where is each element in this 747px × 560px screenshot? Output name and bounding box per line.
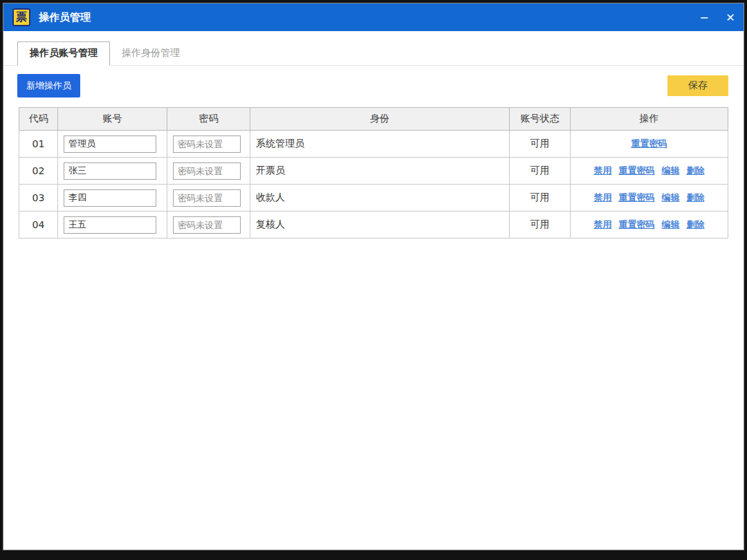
operator-table: 代码 账号 密码 身份 账号状态 操作 01 系统管理员 可用 重置密码 02 bbox=[3, 106, 744, 239]
tab-operator-identity-management[interactable]: 操作身份管理 bbox=[110, 42, 192, 65]
cell-account bbox=[58, 185, 167, 212]
window-controls: − ✕ bbox=[691, 3, 744, 31]
column-header-identity: 身份 bbox=[250, 108, 510, 131]
cell-code: 04 bbox=[19, 212, 58, 239]
cell-status: 可用 bbox=[510, 158, 571, 185]
cell-actions: 禁用重置密码编辑删除 bbox=[571, 185, 728, 212]
password-input[interactable] bbox=[173, 189, 241, 207]
cell-status: 可用 bbox=[510, 131, 571, 158]
account-input[interactable] bbox=[64, 136, 156, 153]
action-link-delete[interactable]: 删除 bbox=[687, 218, 705, 231]
app-window: 票 操作员管理 − ✕ 操作员账号管理 操作身份管理 新增操作员 保存 代码 账… bbox=[3, 3, 744, 550]
minimize-button[interactable]: − bbox=[691, 3, 717, 31]
table-row: 02 开票员 可用 禁用重置密码编辑删除 bbox=[19, 158, 728, 185]
column-header-account: 账号 bbox=[58, 108, 167, 131]
account-input[interactable] bbox=[64, 162, 156, 180]
save-button[interactable]: 保存 bbox=[667, 75, 728, 96]
operator-table-body: 01 系统管理员 可用 重置密码 02 开票员 可用 禁用重置密码编辑删除 03… bbox=[19, 131, 728, 239]
cell-code: 03 bbox=[19, 185, 58, 212]
cell-actions: 禁用重置密码编辑删除 bbox=[571, 212, 728, 239]
password-input[interactable] bbox=[173, 216, 241, 234]
column-header-actions: 操作 bbox=[571, 108, 728, 131]
cell-identity: 开票员 bbox=[250, 158, 510, 185]
column-header-status: 账号状态 bbox=[510, 108, 571, 131]
cell-status: 可用 bbox=[510, 212, 571, 239]
tab-bar: 操作员账号管理 操作身份管理 bbox=[3, 31, 744, 66]
close-button[interactable]: ✕ bbox=[717, 3, 744, 31]
action-link-reset-password[interactable]: 重置密码 bbox=[619, 165, 655, 177]
action-link-reset-password[interactable]: 重置密码 bbox=[619, 218, 655, 231]
table-header-row: 代码 账号 密码 身份 账号状态 操作 bbox=[19, 108, 728, 131]
action-link-edit[interactable]: 编辑 bbox=[662, 192, 680, 204]
cell-password bbox=[167, 185, 250, 212]
action-link-delete[interactable]: 删除 bbox=[687, 165, 705, 177]
cell-actions: 禁用重置密码编辑删除 bbox=[571, 158, 728, 185]
cell-code: 02 bbox=[19, 158, 58, 185]
table-row: 03 收款人 可用 禁用重置密码编辑删除 bbox=[19, 185, 728, 212]
table-row: 04 复核人 可用 禁用重置密码编辑删除 bbox=[19, 212, 728, 239]
action-link-disable[interactable]: 禁用 bbox=[594, 218, 612, 231]
add-operator-button[interactable]: 新增操作员 bbox=[17, 74, 80, 97]
cell-status: 可用 bbox=[510, 185, 571, 212]
cell-identity: 复核人 bbox=[250, 212, 510, 239]
action-link-disable[interactable]: 禁用 bbox=[594, 165, 612, 177]
app-icon: 票 bbox=[12, 8, 30, 26]
cell-password bbox=[167, 158, 250, 185]
cell-code: 01 bbox=[19, 131, 58, 158]
action-link-reset-password[interactable]: 重置密码 bbox=[619, 192, 655, 204]
action-link-edit[interactable]: 编辑 bbox=[662, 218, 680, 231]
window-title: 操作员管理 bbox=[39, 11, 91, 24]
action-link-edit[interactable]: 编辑 bbox=[662, 165, 680, 177]
titlebar: 票 操作员管理 − ✕ bbox=[3, 3, 744, 31]
action-link-reset-password[interactable]: 重置密码 bbox=[631, 138, 667, 150]
account-input[interactable] bbox=[64, 216, 156, 234]
toolbar: 新增操作员 保存 bbox=[3, 66, 744, 106]
cell-account bbox=[58, 131, 167, 158]
action-link-delete[interactable]: 删除 bbox=[687, 192, 705, 204]
tab-operator-account-management[interactable]: 操作员账号管理 bbox=[17, 41, 110, 66]
cell-identity: 系统管理员 bbox=[250, 131, 510, 158]
account-input[interactable] bbox=[64, 189, 156, 207]
password-input[interactable] bbox=[173, 162, 241, 180]
password-input[interactable] bbox=[173, 136, 241, 153]
cell-account bbox=[58, 212, 167, 239]
action-link-disable[interactable]: 禁用 bbox=[594, 192, 612, 204]
cell-actions: 重置密码 bbox=[571, 131, 728, 158]
column-header-code: 代码 bbox=[19, 108, 58, 131]
column-header-password: 密码 bbox=[167, 108, 250, 131]
cell-account bbox=[58, 158, 167, 185]
cell-password bbox=[167, 212, 250, 239]
table-row: 01 系统管理员 可用 重置密码 bbox=[19, 131, 728, 158]
cell-identity: 收款人 bbox=[250, 185, 510, 212]
cell-password bbox=[167, 131, 250, 158]
